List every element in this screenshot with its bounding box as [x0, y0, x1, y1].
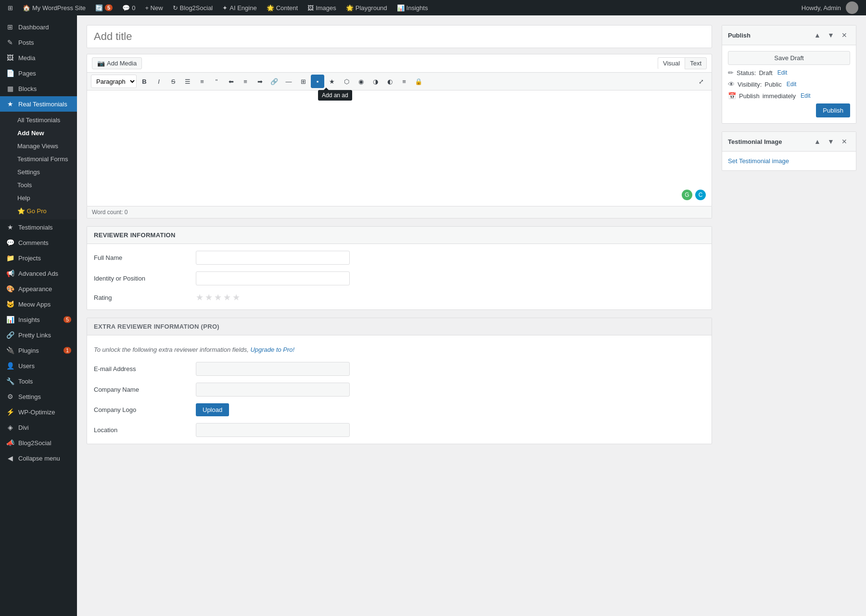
sidebar-item-pages[interactable]: 📄 Pages [0, 65, 77, 81]
status-edit-link[interactable]: Edit [777, 69, 788, 76]
upload-button[interactable]: Upload [196, 403, 229, 416]
sidebar-item-blog2social[interactable]: 📣 Blog2Social [0, 435, 77, 450]
align-right-button[interactable]: ➡ [253, 75, 267, 88]
sidebar-sub-add-new[interactable]: Add New [0, 127, 77, 140]
table-button[interactable]: ⊞ [296, 75, 310, 88]
sidebar-item-meow-apps[interactable]: 🐱 Meow Apps [0, 296, 77, 312]
set-testimonial-image-link[interactable]: Set Testimonial image [728, 157, 789, 165]
sidebar-sub-manage-views[interactable]: Manage Views [0, 140, 77, 153]
sidebar-sub-all-testimonials[interactable]: All Testimonials [0, 114, 77, 127]
star-rating[interactable]: ★ ★ ★ ★ ★ [196, 292, 240, 303]
move-button[interactable]: ⬡ [340, 75, 353, 88]
tab-visual[interactable]: Visual [658, 57, 685, 69]
adminbar-wp-logo[interactable]: ⊞ [4, 0, 17, 15]
sidebar-item-comments[interactable]: 💬 Comments [0, 235, 77, 250]
editor-content[interactable]: G C [87, 90, 712, 206]
publish-time-edit-link[interactable]: Edit [801, 92, 811, 99]
visibility-edit-link[interactable]: Edit [787, 81, 797, 88]
star-button[interactable]: ★ [325, 75, 339, 88]
sidebar-item-posts[interactable]: ✎ Posts [0, 35, 77, 50]
publish-panel-up[interactable]: ▲ [812, 29, 823, 41]
sidebar-sub-testimonial-forms[interactable]: Testimonial Forms [0, 153, 77, 166]
sidebar-item-divi[interactable]: ◈ Divi [0, 420, 77, 435]
sidebar-sub-help[interactable]: Help [0, 192, 77, 205]
sidebar-item-testimonials[interactable]: ★ Testimonials [0, 219, 77, 235]
full-name-input[interactable] [196, 251, 350, 265]
list-button[interactable]: ≡ [397, 75, 411, 88]
bold-button[interactable]: B [138, 75, 151, 88]
sidebar-item-media[interactable]: 🖼 Media [0, 50, 77, 65]
strikethrough-button[interactable]: S [166, 75, 180, 88]
editor-icon-green[interactable]: G [682, 190, 692, 200]
italic-button[interactable]: I [152, 75, 166, 88]
sidebar-item-users[interactable]: 👤 Users [0, 358, 77, 373]
adminbar-site-name[interactable]: 🏠 My WordPress Site [19, 0, 89, 15]
adminbar-howdy[interactable]: Howdy, Admin [798, 0, 862, 15]
sidebar-item-plugins[interactable]: 🔌 Plugins 1 [0, 343, 77, 358]
editor-icon-teal[interactable]: C [695, 190, 706, 200]
sidebar-item-real-testimonials[interactable]: ★ Real Testimonials [0, 96, 77, 112]
adminbar-blog2social[interactable]: ↻ Blog2Social [169, 0, 217, 15]
sidebar-item-pretty-links[interactable]: 🔗 Pretty Links [0, 327, 77, 343]
unordered-list-button[interactable]: ☰ [181, 75, 194, 88]
testimonial-image-up[interactable]: ▲ [812, 136, 823, 147]
adminbar-ai-engine[interactable]: ✦ AI Engine [218, 0, 260, 15]
publish-time-value: immediately [763, 92, 796, 100]
star-2[interactable]: ★ [205, 292, 213, 303]
sidebar-item-tools[interactable]: 🔧 Tools [0, 373, 77, 389]
publish-panel-close[interactable]: ✕ [839, 29, 850, 41]
wp-optimize-icon: ⚡ [6, 408, 14, 416]
add-media-button[interactable]: 📷 Add Media [92, 57, 142, 69]
identity-row: Identity or Position [94, 271, 705, 285]
adminbar-playground[interactable]: 🌟 Playground [342, 0, 391, 15]
sidebar-item-appearance[interactable]: 🎨 Appearance [0, 281, 77, 296]
full-name-row: Full Name [94, 251, 705, 265]
tab-text[interactable]: Text [685, 57, 707, 69]
testimonial-image-close[interactable]: ✕ [839, 136, 850, 147]
align-center-button[interactable]: ≡ [239, 75, 252, 88]
publish-button[interactable]: Publish [816, 103, 850, 117]
publish-panel-down[interactable]: ▼ [825, 29, 837, 41]
paragraph-select[interactable]: Paragraph Heading 1 Heading 2 Heading 3 [91, 75, 137, 88]
sidebar-item-insights[interactable]: 📊 Insights 5 [0, 312, 77, 327]
expand-button[interactable]: ⤢ [694, 75, 708, 88]
sidebar-item-dashboard[interactable]: ⊞ Dashboard [0, 19, 77, 35]
sidebar-sub-go-pro[interactable]: ⭐ Go Pro [0, 205, 77, 218]
add-ad-button[interactable]: ▪ [311, 75, 324, 88]
advanced-ads-icon: 📢 [6, 270, 14, 277]
save-draft-button[interactable]: Save Draft [728, 51, 850, 65]
align-left-button[interactable]: ⬅ [224, 75, 238, 88]
insert-more-button[interactable]: — [282, 75, 295, 88]
sidebar-item-collapse[interactable]: ◀ Collapse menu [0, 450, 77, 466]
sidebar-sub-settings[interactable]: Settings [0, 166, 77, 179]
blockquote-button[interactable]: " [210, 75, 223, 88]
sidebar-item-settings[interactable]: ⚙ Settings [0, 389, 77, 404]
testimonial-image-down[interactable]: ▼ [825, 136, 837, 147]
social-button-1[interactable]: ◉ [354, 75, 368, 88]
adminbar-images[interactable]: 🖼 Images [304, 0, 340, 15]
editor-box: 📷 Add Media Visual Text Paragraph Headin… [87, 54, 712, 206]
star-5[interactable]: ★ [232, 292, 240, 303]
adminbar-insights[interactable]: 📊 Insights [393, 0, 432, 15]
adminbar-content[interactable]: 🌟 Content [263, 0, 302, 15]
adminbar-updates[interactable]: 🔄 5 [91, 0, 116, 15]
upgrade-to-pro-link[interactable]: Upgrade to Pro! [250, 346, 294, 353]
comments-sidebar-icon: 💬 [6, 239, 14, 246]
adminbar-comments[interactable]: 💬 0 [118, 0, 139, 15]
star-1[interactable]: ★ [196, 292, 204, 303]
sidebar-item-advanced-ads[interactable]: 📢 Advanced Ads [0, 266, 77, 281]
social-button-2[interactable]: ◑ [369, 75, 382, 88]
star-4[interactable]: ★ [223, 292, 231, 303]
sidebar-item-blocks[interactable]: ▦ Blocks [0, 81, 77, 96]
ordered-list-button[interactable]: ≡ [195, 75, 209, 88]
identity-input[interactable] [196, 271, 350, 285]
sidebar-sub-tools[interactable]: Tools [0, 179, 77, 192]
social-button-3[interactable]: ◐ [383, 75, 396, 88]
lock-button[interactable]: 🔒 [412, 75, 425, 88]
sidebar-item-wp-optimize[interactable]: ⚡ WP-Optimize [0, 404, 77, 420]
post-title-input[interactable] [87, 25, 712, 48]
sidebar-item-projects[interactable]: 📁 Projects [0, 250, 77, 266]
link-button[interactable]: 🔗 [267, 75, 281, 88]
star-3[interactable]: ★ [214, 292, 222, 303]
adminbar-new[interactable]: + New [141, 0, 166, 15]
